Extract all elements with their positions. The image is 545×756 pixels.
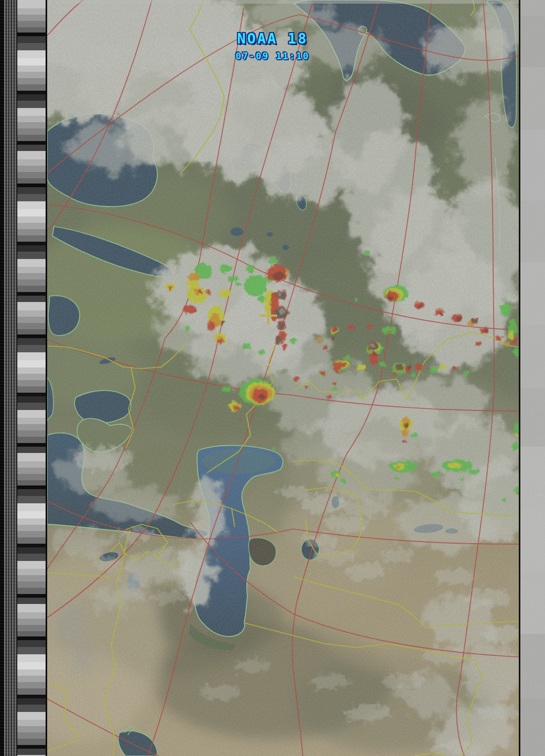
wedge-segment xyxy=(17,676,46,682)
wedge-segment xyxy=(17,647,46,654)
wedge-segment xyxy=(17,368,46,374)
wedge-segment xyxy=(17,58,46,66)
wedge-segment xyxy=(17,310,46,317)
wedge-segment xyxy=(17,334,46,338)
wedge-segment xyxy=(17,223,46,229)
wedge-segment xyxy=(17,72,46,78)
wedge-segment xyxy=(17,619,46,625)
wedge-segment xyxy=(17,430,46,437)
wedge-segment xyxy=(17,91,46,94)
wedge-segment xyxy=(17,33,46,36)
wedge-segment xyxy=(17,503,46,511)
wedge-segment xyxy=(17,108,46,116)
wedge-segment xyxy=(17,581,46,588)
telemetry-noise xyxy=(520,0,545,756)
apt-satellite-decode: NOAA 18 07-09 11:10 xyxy=(0,0,545,756)
wedge-segment xyxy=(17,418,46,424)
wedge-segment xyxy=(17,554,46,561)
wedge-segment xyxy=(17,604,46,612)
wedge-segment xyxy=(17,317,46,323)
wedge-segment xyxy=(17,443,46,447)
wedge-segment xyxy=(17,267,46,273)
wedge-segment xyxy=(17,94,46,101)
wedge-segment xyxy=(17,8,46,15)
wedge-segment xyxy=(17,688,46,695)
wedge-segment xyxy=(17,531,46,537)
wedge-segment xyxy=(17,569,46,575)
top-noise-strip xyxy=(47,0,519,4)
wedge-segment xyxy=(17,15,46,21)
wedge-segment xyxy=(17,252,46,259)
wedge-segment xyxy=(17,705,46,712)
wedge-segment xyxy=(17,172,46,178)
satellite-timestamp: 07-09 11:10 xyxy=(235,50,309,61)
wedge-segment xyxy=(17,116,46,122)
wedge-segment xyxy=(17,537,46,544)
wedge-segment xyxy=(17,594,46,598)
wedge-segment xyxy=(17,259,46,267)
wedge-segment xyxy=(17,447,46,453)
wedge-segment xyxy=(17,66,46,72)
wedge-segment xyxy=(17,489,46,496)
wedge-segment xyxy=(17,217,46,223)
wedge-segment xyxy=(17,732,46,739)
wedge-segment xyxy=(17,0,46,8)
wedge-segment xyxy=(17,695,46,698)
wedge-segment xyxy=(17,712,46,720)
wedge-segment xyxy=(17,625,46,631)
wedge-segment xyxy=(17,749,46,755)
wedge-segment xyxy=(17,329,46,334)
wedge-segment xyxy=(17,84,46,91)
wedge-segment xyxy=(17,720,46,726)
wedge-segment xyxy=(17,654,46,662)
wedge-segment xyxy=(17,396,46,403)
wedge-segment xyxy=(17,662,46,669)
wedge-segment xyxy=(17,669,46,676)
wedge-segment xyxy=(17,122,46,128)
wedge-segment xyxy=(17,682,46,688)
wedge-segment xyxy=(17,575,46,581)
wedge-segment xyxy=(17,480,46,485)
wedge-segment xyxy=(17,187,46,194)
wedge-segment xyxy=(17,229,46,235)
wedge-segment xyxy=(17,194,46,201)
wedge-segment xyxy=(17,21,46,27)
wedge-segment xyxy=(17,739,46,745)
wedge-segment xyxy=(17,286,46,292)
wedge-segment xyxy=(17,485,46,489)
wedge-segment xyxy=(17,374,46,380)
wedge-segment xyxy=(17,101,46,108)
wedge-segment xyxy=(17,461,46,468)
telemetry-wedge-bar-left xyxy=(17,0,47,756)
wedge-segment xyxy=(17,338,46,345)
wedge-segment xyxy=(17,183,46,187)
wedge-segment xyxy=(17,636,46,640)
wedge-segment xyxy=(17,453,46,461)
wedge-segment xyxy=(17,296,46,302)
wedge-segment xyxy=(17,242,46,245)
wedge-segment xyxy=(17,352,46,360)
wedge-segment xyxy=(17,279,46,286)
wedge-segment xyxy=(17,128,46,135)
wedge-segment xyxy=(17,612,46,619)
wedge-segment xyxy=(17,698,46,705)
wedge-segment xyxy=(17,36,46,43)
wedge-segment xyxy=(17,403,46,410)
wedge-segment xyxy=(17,511,46,519)
sync-pulse-bar xyxy=(0,0,17,756)
wedge-segment xyxy=(17,151,46,159)
wedge-segment xyxy=(17,561,46,569)
wedge-segment xyxy=(17,437,46,443)
satellite-title: NOAA 18 xyxy=(237,30,308,47)
wedge-segment xyxy=(17,519,46,525)
satellite-map: NOAA 18 07-09 11:10 xyxy=(47,0,519,756)
wedge-segment xyxy=(17,323,46,329)
wedge-segment xyxy=(17,547,46,554)
scanline-noise xyxy=(0,0,17,756)
wedge-segment xyxy=(17,588,46,594)
wedge-segment xyxy=(17,178,46,183)
wedge-segment xyxy=(17,78,46,84)
image-grain-light xyxy=(47,0,519,756)
wedge-segment xyxy=(17,43,46,50)
wedge-segment xyxy=(17,141,46,145)
